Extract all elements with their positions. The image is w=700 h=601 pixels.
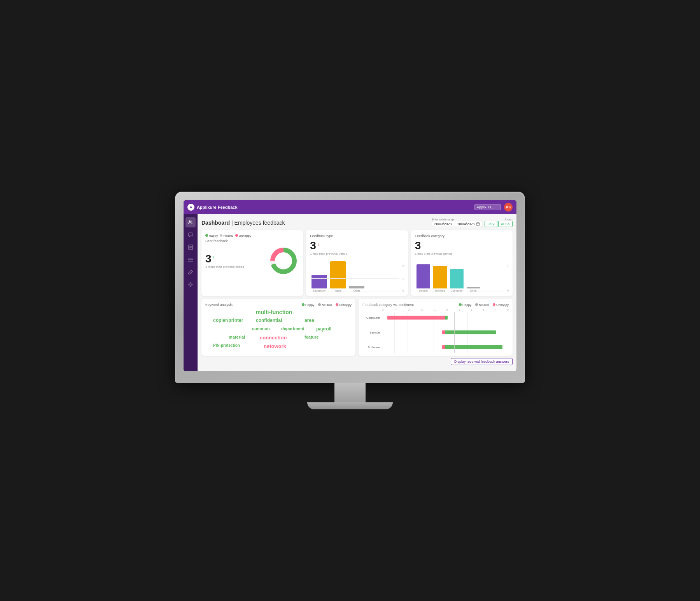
feedback-type-card: Feedback type 3 ↓ 1 less than previous p…: [306, 230, 408, 296]
sentiment-row-computer: Computer: [381, 312, 509, 323]
sent-feedback-arrow: ↑: [212, 255, 215, 260]
app-logo: A: [187, 204, 194, 211]
second-row: Keyword analysis Happy Neutral Unhappy m…: [201, 299, 513, 356]
keyword-title: Keyword analysis: [205, 303, 233, 307]
sentiment-chart-area: -5 -4 -3 -2 -1 0 1 2 3: [362, 308, 509, 351]
sent-feedback-sub: 4 more than previous period: [205, 265, 244, 269]
bar-issue: Issue: [330, 261, 346, 292]
feedback-type-sub: 1 less than previous period: [310, 252, 404, 255]
keyword-confidential: confidential: [256, 318, 282, 323]
org-select[interactable]: Applix. O...: [474, 204, 501, 210]
cards-row: Happy Neutral Unhappy Sent feedback 3: [201, 230, 513, 296]
keyword-legend: Happy Neutral Unhappy: [302, 303, 352, 307]
keyword-analysis-card: Keyword analysis Happy Neutral Unhappy m…: [201, 299, 355, 356]
feedback-category-title: Feedback category: [415, 234, 509, 238]
sent-feedback-card: Happy Neutral Unhappy Sent feedback 3: [201, 230, 303, 296]
keyword-payroll: payroll: [316, 326, 331, 332]
export-group: Export CSV XLSX: [485, 218, 513, 227]
sentiment-row-software: Software: [381, 341, 509, 353]
svg-rect-11: [476, 223, 480, 225]
footer-actions: Display received feedback answers: [201, 358, 513, 365]
keyword-common: common: [252, 326, 270, 331]
keyword-multi-function: multi-function: [256, 309, 292, 315]
sent-feedback-title: Sent feedback: [205, 239, 299, 243]
donut-chart: [268, 245, 299, 276]
bar-computer: Computer: [450, 269, 464, 292]
sidebar-item-list[interactable]: [186, 255, 196, 265]
sidebar-item-edit[interactable]: [186, 267, 196, 277]
sidebar-item-settings[interactable]: [186, 280, 196, 290]
header-controls: Enter a date range 20/03/2023 → 18/04/20…: [432, 218, 513, 227]
csv-export-button[interactable]: CSV: [485, 221, 497, 227]
keyword-netowork: netowork: [264, 343, 286, 349]
sentiment-legend: Happy Neutral Unhappy: [459, 303, 509, 307]
xlsx-export-button[interactable]: XLSX: [498, 221, 513, 227]
export-buttons: CSV XLSX: [485, 221, 513, 227]
feedback-type-chart: 2 1 0: [310, 257, 404, 292]
keyword-cloud: multi-functioncopier/printerconfidential…: [205, 309, 352, 352]
main-content: Dashboard | Employees feedback Enter a d…: [198, 214, 516, 371]
sidebar-item-chat[interactable]: [186, 230, 196, 240]
sent-feedback-count: 3 ↑: [205, 253, 244, 264]
sidebar-item-reports[interactable]: [186, 242, 196, 252]
sentiment-chart-card: Feedback category vs. sentiment Happy Ne…: [359, 299, 513, 356]
svg-point-1: [191, 221, 192, 222]
keyword-material: material: [229, 335, 245, 339]
sidebar-item-users[interactable]: [186, 217, 196, 227]
svg-point-18: [276, 253, 291, 269]
donut-legend: Happy Neutral Unhappy: [205, 234, 299, 238]
export-label: Export: [485, 218, 513, 221]
page-title: Dashboard | Employees feedback: [201, 220, 285, 226]
bar-suggestion: Suggestion: [312, 275, 327, 292]
bar-software: Software: [433, 266, 447, 292]
keyword-department: department: [281, 326, 304, 331]
date-range-label: Enter a date range: [432, 218, 482, 221]
display-feedback-button[interactable]: Display received feedback answers: [451, 358, 513, 365]
feedback-category-chart: 1 0 Service: [415, 257, 509, 292]
feedback-type-title: Feedback type: [310, 234, 404, 238]
keyword-area: area: [304, 318, 314, 323]
feedback-type-arrow: ↓: [317, 242, 319, 246]
svg-rect-2: [188, 233, 193, 236]
feedback-category-arrow: ↓: [422, 242, 424, 246]
svg-point-10: [190, 284, 191, 285]
subheader: Dashboard | Employees feedback Enter a d…: [201, 218, 513, 227]
feedback-category-card: Feedback category 3 ↓ 1 less than previo…: [411, 230, 513, 296]
feedback-category-count: 3 ↓: [415, 240, 509, 251]
sentiment-title: Feedback category vs. sentiment: [362, 303, 414, 307]
app-title: Applixure Feedback: [197, 205, 474, 210]
feedback-type-count: 3 ↓: [310, 240, 404, 251]
bar-service: Service: [416, 264, 430, 292]
bar-other-type: Other: [349, 286, 364, 292]
keyword-pin-protection: PIN-protection: [213, 343, 240, 348]
sentiment-row-service: Service: [381, 327, 509, 338]
topbar: A Applixure Feedback Applix. O... KS: [184, 200, 516, 214]
feedback-category-sub: 1 less than previous period: [415, 252, 509, 255]
date-range-wrapper: Enter a date range 20/03/2023 → 18/04/20…: [432, 218, 482, 227]
keyword-copier-printer: copier/printer: [213, 318, 243, 323]
keyword-connection: connection: [260, 335, 287, 341]
user-avatar[interactable]: KS: [504, 203, 513, 211]
sidebar: [184, 214, 198, 371]
keyword-feature: feature: [304, 335, 319, 339]
svg-point-0: [189, 220, 191, 222]
date-range-input[interactable]: 20/03/2023 → 18/04/2023: [432, 221, 482, 227]
